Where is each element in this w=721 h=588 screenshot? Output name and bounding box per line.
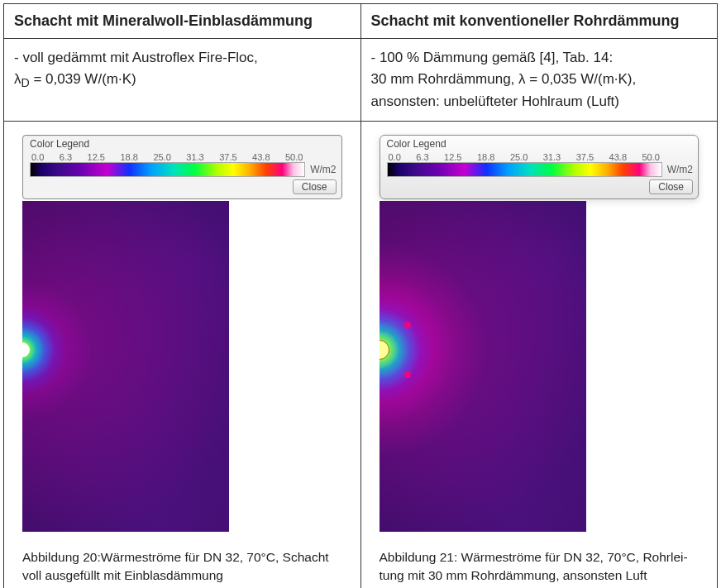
lambda-symbol: λ [14, 71, 21, 87]
desc-left-line1: - voll gedämmt mit Austroflex Fire-Floc, [14, 50, 258, 65]
legend-left-ticks: 0.0 6.3 12.5 18.8 25.0 31.3 37.5 43.8 50… [31, 152, 303, 162]
close-button-left[interactable]: Close [293, 179, 337, 194]
desc-right: - 100 % Dämmung gemäß [4], Tab. 14: 30 m… [360, 39, 718, 122]
desc-right-line3: ansonsten: unbelüfteter Hohlraum (Luft) [371, 93, 620, 109]
header-left: Schacht mit Mineralwoll-Einblasdämmung [4, 4, 361, 39]
figure-right-cell: Color Legend 0.0 6.3 12.5 18.8 25.0 31.3… [360, 122, 718, 588]
caption-right: Abbildung 21: Wärmeströme für DN 32, 70°… [380, 548, 700, 584]
lambda-sub: D [21, 77, 30, 90]
desc-left-line2b: = 0,039 W/(m·K) [30, 71, 136, 87]
legend-left: Color Legend 0.0 6.3 12.5 18.8 25.0 31.3… [22, 135, 342, 199]
legend-right-ticks: 0.0 6.3 12.5 18.8 25.0 31.3 37.5 43.8 50… [389, 152, 661, 162]
legend-left-title: Color Legend [30, 138, 337, 150]
desc-right-line1: - 100 % Dämmung gemäß [4], Tab. 14: [371, 50, 614, 65]
close-button-right[interactable]: Close [649, 179, 693, 194]
desc-left: - voll gedämmt mit Austroflex Fire-Floc,… [4, 39, 361, 122]
desc-right-line2: 30 mm Rohrdämmung, λ = 0,035 W/(m·K), [371, 71, 637, 87]
legend-right: Color Legend 0.0 6.3 12.5 18.8 25.0 31.3… [380, 135, 700, 199]
legend-right-title: Color Legend [387, 138, 694, 150]
gradient-bar-icon [387, 162, 662, 177]
legend-right-units: W/m2 [667, 164, 693, 175]
thermal-image-left [22, 201, 229, 532]
thermal-image-right [380, 201, 586, 532]
legend-left-units: W/m2 [310, 164, 336, 175]
caption-left: Abbildung 20:Wärmeströme für DN 32, 70°C… [22, 548, 342, 584]
gradient-bar-icon [30, 162, 305, 177]
comparison-table: Schacht mit Mineralwoll-Einblasdämmung S… [3, 3, 718, 588]
header-right: Schacht mit konventioneller Rohrdämmung [360, 4, 718, 39]
figure-left-cell: Color Legend 0.0 6.3 12.5 18.8 25.0 31.3… [4, 122, 361, 588]
